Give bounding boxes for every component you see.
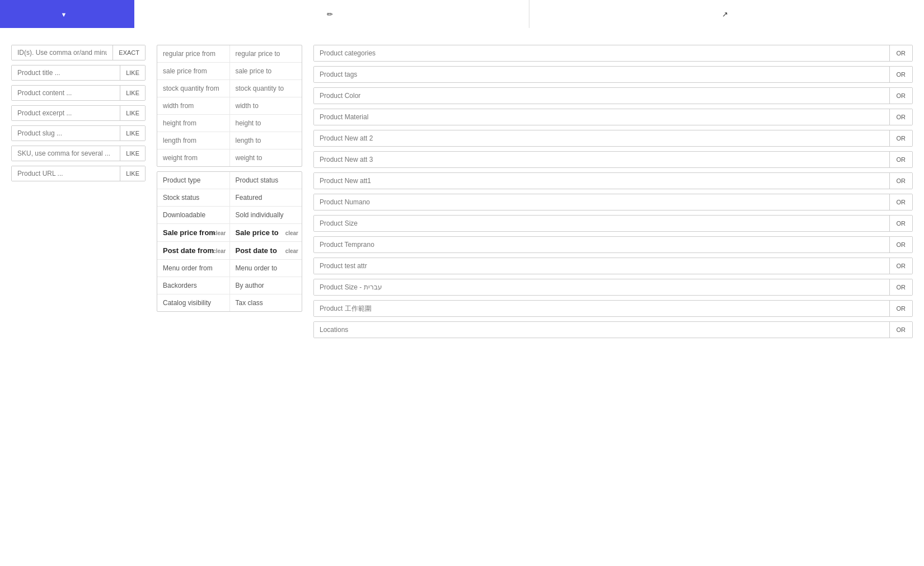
left-badge-1: LIKE <box>120 66 145 80</box>
dropdown-right-1[interactable]: Featured <box>230 189 302 206</box>
or-badge-13: OR <box>889 322 913 338</box>
dropdowns-panel: Product type Product status Stock status… <box>157 171 302 312</box>
from-input-5[interactable] <box>163 137 224 144</box>
mid-column: Product type Product status Stock status… <box>157 45 302 338</box>
to-cell-1 <box>230 63 302 79</box>
or-badge-2: OR <box>889 88 913 104</box>
left-badge-2: LIKE <box>120 86 145 100</box>
or-badge-4: OR <box>889 130 913 146</box>
left-input-5[interactable] <box>12 146 120 161</box>
clear-right-0[interactable]: clear <box>285 230 298 236</box>
to-input-5[interactable] <box>236 137 297 144</box>
right-input-9[interactable] <box>314 237 889 252</box>
right-filter-row: OR <box>313 130 913 147</box>
from-input-4[interactable] <box>163 119 224 127</box>
left-input-1[interactable] <box>12 66 120 80</box>
extra-row: Menu order from Menu order to <box>157 260 302 277</box>
date-sale-row: Post date from clear Post date to clear <box>157 242 302 260</box>
price-range-row <box>157 132 302 149</box>
right-input-2[interactable] <box>314 88 889 104</box>
right-input-5[interactable] <box>314 152 889 167</box>
filters-button[interactable] <box>0 0 134 28</box>
extra-right-2[interactable]: Tax class <box>230 294 302 311</box>
to-input-0[interactable] <box>236 50 297 58</box>
to-input-6[interactable] <box>236 154 297 162</box>
right-input-3[interactable] <box>314 109 889 125</box>
bulk-edit-button[interactable] <box>134 0 529 28</box>
extra-left-2[interactable]: Catalog visibility <box>157 294 230 311</box>
or-badge-11: OR <box>889 279 913 295</box>
extra-left-1[interactable]: Backorders <box>157 277 230 294</box>
dropdown-right-2[interactable]: Sold individually <box>230 207 302 223</box>
from-cell-4 <box>157 115 230 132</box>
from-cell-2 <box>157 80 230 97</box>
right-input-7[interactable] <box>314 194 889 210</box>
to-cell-4 <box>230 115 302 132</box>
dropdown-left-1[interactable]: Stock status <box>157 189 230 206</box>
clear-left-0[interactable]: clear <box>213 230 226 236</box>
right-filter-row: OR <box>313 279 913 296</box>
left-field-row: LIKE <box>11 85 146 101</box>
clear-left-1[interactable]: clear <box>213 247 226 254</box>
left-input-2[interactable] <box>12 86 120 100</box>
extra-right-1[interactable]: By author <box>230 277 302 294</box>
date-right-1: Post date to clear <box>230 242 302 259</box>
right-filter-row: OR <box>313 300 913 317</box>
dropdown-row: Stock status Featured <box>157 189 302 207</box>
date-right-0: Sale price to clear <box>230 224 302 241</box>
extra-right-0[interactable]: Menu order to <box>230 260 302 277</box>
left-input-3[interactable] <box>12 106 120 120</box>
to-input-3[interactable] <box>236 102 297 110</box>
to-cell-2 <box>230 80 302 97</box>
or-badge-6: OR <box>889 173 913 189</box>
right-input-10[interactable] <box>314 258 889 274</box>
left-column: EXACT LIKE LIKE LIKE LIKE LIKE LIKE <box>11 45 146 338</box>
right-filter-row: OR <box>313 66 913 83</box>
to-input-4[interactable] <box>236 119 297 127</box>
dropdown-right-0[interactable]: Product status <box>230 172 302 189</box>
right-input-12[interactable] <box>314 301 889 316</box>
right-filter-row: OR <box>313 109 913 125</box>
right-input-8[interactable] <box>314 216 889 231</box>
left-badge-0: EXACT <box>112 45 145 60</box>
from-input-1[interactable] <box>163 67 224 75</box>
extra-row: Catalog visibility Tax class <box>157 294 302 311</box>
dropdown-left-2[interactable]: Downloadable <box>157 207 230 223</box>
price-range-row <box>157 63 302 80</box>
to-cell-3 <box>230 97 302 114</box>
left-badge-3: LIKE <box>120 106 145 120</box>
to-input-1[interactable] <box>236 67 297 75</box>
clear-right-1[interactable]: clear <box>285 247 298 254</box>
extra-left-0[interactable]: Menu order from <box>157 260 230 277</box>
right-input-13[interactable] <box>314 322 889 338</box>
from-input-0[interactable] <box>163 50 224 58</box>
right-input-0[interactable] <box>314 45 889 61</box>
export-button[interactable] <box>529 0 924 28</box>
price-range-panel <box>157 45 302 167</box>
or-badge-9: OR <box>889 237 913 252</box>
from-input-2[interactable] <box>163 85 224 92</box>
left-field-row: LIKE <box>11 146 146 161</box>
right-input-1[interactable] <box>314 67 889 82</box>
right-input-6[interactable] <box>314 173 889 189</box>
or-badge-1: OR <box>889 67 913 82</box>
dropdown-left-0[interactable]: Product type <box>157 172 230 189</box>
right-input-4[interactable] <box>314 130 889 146</box>
date-left-1: Post date from clear <box>157 242 230 259</box>
right-filter-row: OR <box>313 236 913 253</box>
from-input-3[interactable] <box>163 102 224 110</box>
right-column: OR OR OR OR OR OR OR OR OR OR OR OR OR O… <box>313 45 913 338</box>
left-input-6[interactable] <box>12 166 120 181</box>
right-filter-row: OR <box>313 172 913 189</box>
price-range-row <box>157 80 302 97</box>
or-badge-5: OR <box>889 152 913 167</box>
right-input-11[interactable] <box>314 279 889 295</box>
from-input-6[interactable] <box>163 154 224 162</box>
to-input-2[interactable] <box>236 85 297 92</box>
from-cell-6 <box>157 149 230 166</box>
to-cell-0 <box>230 45 302 62</box>
or-badge-12: OR <box>889 301 913 316</box>
left-input-0[interactable] <box>12 45 112 60</box>
or-badge-10: OR <box>889 258 913 274</box>
left-input-4[interactable] <box>12 126 120 141</box>
